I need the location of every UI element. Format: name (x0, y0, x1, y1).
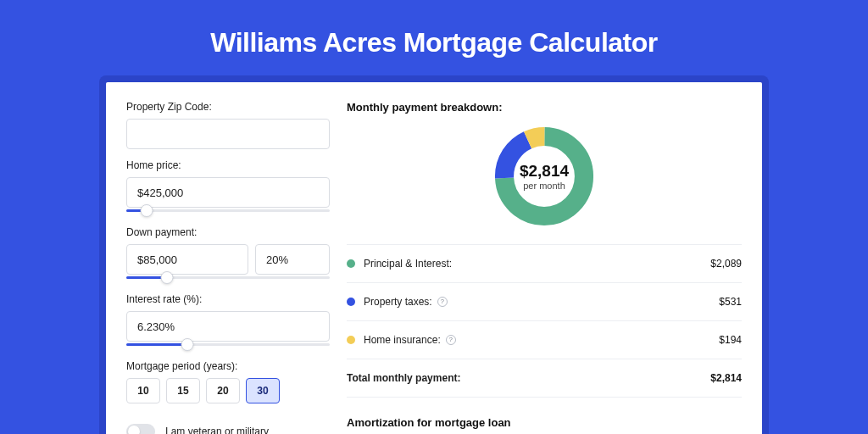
slider-thumb[interactable] (181, 338, 194, 351)
card-backdrop: Property Zip Code: Home price: Down paym… (99, 75, 769, 434)
period-option-10[interactable]: 10 (126, 378, 160, 403)
donut-center: $2,814 per month (520, 162, 569, 191)
down-payment-pct-input[interactable] (255, 244, 330, 275)
field-period: Mortgage period (years): 10 15 20 30 (126, 360, 330, 403)
legend-row-taxes: Property taxes: ? $531 (347, 288, 742, 315)
legend-label: Total monthly payment: (347, 372, 710, 384)
home-price-label: Home price: (126, 159, 330, 171)
calculator-card: Property Zip Code: Home price: Down paym… (106, 82, 762, 434)
period-label: Mortgage period (years): (126, 360, 330, 372)
divider (347, 244, 742, 245)
period-options: 10 15 20 30 (126, 378, 330, 403)
form-column: Property Zip Code: Home price: Down paym… (126, 101, 330, 434)
legend-row-total: Total monthly payment: $2,814 (347, 364, 742, 392)
slider-thumb[interactable] (141, 204, 153, 217)
down-payment-amount-input[interactable] (126, 244, 248, 275)
period-option-15[interactable]: 15 (166, 378, 200, 403)
veteran-label: I am veteran or military (165, 426, 269, 434)
zip-label: Property Zip Code: (126, 101, 330, 113)
amortization-title: Amortization for mortgage loan (347, 416, 742, 429)
veteran-row: I am veteran or military (126, 424, 330, 434)
home-price-slider[interactable] (126, 206, 330, 216)
interest-slider[interactable] (126, 340, 330, 350)
interest-input[interactable] (126, 311, 330, 342)
donut-amount: $2,814 (520, 162, 569, 181)
legend-label: Home insurance: ? (364, 334, 719, 346)
divider (347, 397, 742, 398)
legend-value: $531 (719, 296, 742, 308)
period-option-30[interactable]: 30 (246, 378, 280, 403)
legend-label: Property taxes: ? (364, 296, 719, 308)
zip-input[interactable] (126, 119, 330, 149)
slider-thumb[interactable] (161, 271, 174, 284)
legend-row-principal: Principal & Interest: $2,089 (347, 250, 742, 277)
legend-value: $2,814 (710, 372, 742, 384)
breakdown-title: Monthly payment breakdown: (347, 101, 742, 114)
divider (347, 282, 742, 283)
legend-dot-icon (347, 336, 355, 344)
field-down-payment: Down payment: (126, 226, 330, 283)
info-icon[interactable]: ? (437, 297, 448, 307)
down-payment-slider[interactable] (126, 273, 330, 283)
down-payment-label: Down payment: (126, 226, 330, 238)
legend-label: Principal & Interest: (364, 258, 710, 270)
period-option-20[interactable]: 20 (206, 378, 240, 403)
donut-chart: $2,814 per month (347, 124, 742, 229)
legend-dot-icon (347, 298, 355, 306)
divider (347, 320, 742, 321)
veteran-toggle[interactable] (126, 424, 155, 434)
legend-value: $194 (719, 334, 742, 346)
field-home-price: Home price: (126, 159, 330, 216)
legend-value: $2,089 (710, 258, 742, 270)
field-interest: Interest rate (%): (126, 293, 330, 350)
home-price-input[interactable] (126, 177, 330, 208)
field-zip: Property Zip Code: (126, 101, 330, 149)
interest-label: Interest rate (%): (126, 293, 330, 305)
info-icon[interactable]: ? (446, 335, 456, 345)
breakdown-column: Monthly payment breakdown: $2,814 per mo… (347, 101, 742, 434)
legend-dot-icon (347, 259, 355, 268)
legend-row-insurance: Home insurance: ? $194 (347, 326, 742, 353)
page-title: Williams Acres Mortgage Calculator (210, 27, 657, 58)
donut-sub: per month (520, 181, 569, 191)
divider (347, 359, 742, 359)
